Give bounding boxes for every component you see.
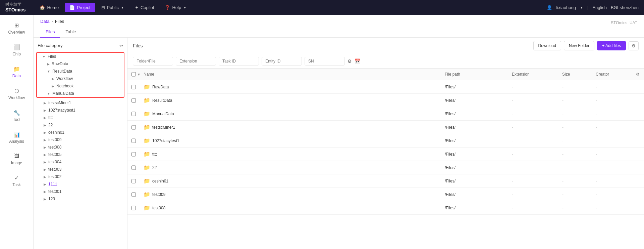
task-id-filter[interactable] [219,57,259,66]
folder-icon: 📁 [144,191,150,198]
sidebar-item-analysis[interactable]: 📊 Analysis [2,127,31,148]
language-selector[interactable]: English [592,5,607,10]
folder-icon: 📁 [144,164,150,171]
row-name[interactable]: testscMiner1 [152,125,175,130]
row-extension: - [512,192,513,197]
row-checkbox[interactable] [131,98,136,103]
content-area: File category ⇔ ▼ Files ▶ RawData ▼ [34,38,644,249]
tree-node-test001[interactable]: ▶ test001 [34,188,127,195]
nav-project[interactable]: 📄 Project [65,3,95,12]
tree-node-tttt[interactable]: ▶ tttt [34,114,127,121]
row-checkbox[interactable] [131,206,136,210]
chip-icon: ⬜ [13,44,20,50]
tree-node-test005[interactable]: ▶ test005 [34,151,127,158]
row-checkbox[interactable] [131,138,136,143]
nav-home[interactable]: 🏠 Home [35,3,63,12]
sn-filter[interactable] [305,57,345,66]
sidebar-item-data[interactable]: 📁 Data [2,62,31,82]
files-actions: Download New Folder + Add files ⚙ [533,41,639,50]
row-checkbox[interactable] [131,165,136,170]
nav-help[interactable]: ❓ Help ▼ [160,3,191,12]
tree-node-test009[interactable]: ▶ test009 [34,136,127,143]
row-size-cell: - [558,80,592,93]
folder-icon: 📁 [144,137,150,144]
add-files-button[interactable]: + Add files [597,41,626,50]
select-all-checkbox[interactable] [131,72,136,77]
sidebar-item-tool[interactable]: 🔧 Tool [2,106,31,126]
tab-table[interactable]: Table [60,27,81,38]
region-label: BGI-shenzhen [611,5,639,10]
collapse-icon[interactable]: ⇔ [119,43,123,48]
row-checkbox[interactable] [131,112,136,116]
row-creator-cell: - [592,134,632,147]
row-path-cell: /Files/ [441,134,508,147]
extension-filter[interactable] [176,57,216,66]
nav-public[interactable]: ⊞ Public ▼ [97,3,129,12]
row-name[interactable]: ResultData [152,98,172,103]
row-name[interactable]: ceshih01 [152,179,168,183]
breadcrumb-parent[interactable]: Data [40,19,49,24]
tree-node-rawdata[interactable]: ▶ RawData [37,60,124,68]
sidebar-item-task[interactable]: ✓ Task [2,171,31,191]
username[interactable]: lixiaohong [556,5,576,10]
tree-22: 22 [48,123,53,127]
row-checkbox[interactable] [131,125,136,130]
tree-node-test008[interactable]: ▶ test008 [34,143,127,151]
row-extension: - [512,165,513,170]
filter-settings-icon[interactable]: ⚙ [347,58,352,64]
row-checkbox[interactable] [131,152,136,157]
row-name[interactable]: RawData [152,85,169,89]
row-name[interactable]: ManualData [152,112,174,116]
row-checkbox-cell [127,107,140,120]
row-size-cell: - [558,161,592,174]
row-checkbox-cell [127,188,140,201]
row-name[interactable]: test009 [152,192,165,197]
tree-node-manualdata[interactable]: ▼ ManualData [37,90,124,97]
row-extension: - [512,125,513,130]
tree-node-notebook[interactable]: ▶ Notebook [37,82,124,90]
sidebar-item-workflow[interactable]: ⬡ Workflow [2,84,31,104]
tab-files[interactable]: Files [40,27,60,38]
row-checkbox[interactable] [131,85,136,89]
tree-node-test003[interactable]: ▶ test003 [34,166,127,173]
help-arrow-icon: ▼ [183,6,186,9]
tree-node-resultdata[interactable]: ▼ ResultData [37,68,124,75]
tree-node-testscMiner1[interactable]: ▶ testscMiner1 [34,99,127,107]
filter-calendar-icon[interactable]: 📅 [355,58,360,64]
row-creator: - [596,152,597,157]
tree-node-ceshih01[interactable]: ▶ ceshih01 [34,129,127,136]
nav-right: 👤 lixiaohong ▼ | English BGI-shenzhen [547,5,639,10]
row-name[interactable]: 1027stacytest1 [152,138,179,143]
settings-icon-btn[interactable]: ⚙ [629,41,639,50]
tree-node-workflow[interactable]: ▶ Workflow [37,75,124,82]
tree-node-22[interactable]: ▶ 22 [34,121,127,129]
folder-file-filter[interactable] [133,57,173,66]
row-extension: - [512,179,513,183]
sidebar-item-image[interactable]: 🖼 Image [2,149,31,169]
row-checkbox[interactable] [131,179,136,183]
tree-node-test004[interactable]: ▶ test004 [34,158,127,166]
row-checkbox[interactable] [131,192,136,197]
tree-node-files[interactable]: ▼ Files [37,53,124,60]
user-arrow-icon: ▼ [580,6,583,9]
sidebar-item-overview[interactable]: ⊞ Overview [2,18,31,39]
row-name[interactable]: tttt [152,152,157,157]
row-name[interactable]: 22 [152,165,157,170]
sidebar-item-chip[interactable]: ⬜ Chip [2,40,31,60]
tree-node-123[interactable]: ▶ 123 [34,195,127,203]
download-button[interactable]: Download [533,41,561,50]
tree-node-test002[interactable]: ▶ test002 [34,173,127,180]
tree-node-1111[interactable]: ▶ 1111 [34,180,127,188]
nav-copilot-label: Copilot [141,5,154,10]
row-extension-cell: - [508,161,558,174]
row-name[interactable]: test008 [152,206,165,210]
new-folder-button[interactable]: New Folder [564,41,594,50]
row-path-cell: /Files/ [441,201,508,214]
entity-id-filter[interactable] [262,57,302,66]
tree-node-1027stacytest1[interactable]: ▶ 1027stacytest1 [34,107,127,114]
rawdata-arrow-icon: ▶ [47,62,50,66]
table-row: 📁 ceshih01 /Files/ - - - [127,174,644,188]
nav-copilot[interactable]: ✦ Copilot [130,3,159,12]
file-table: ▼ Name File path Extension Size Creator … [127,69,644,249]
col-settings[interactable]: ⚙ [632,69,644,80]
